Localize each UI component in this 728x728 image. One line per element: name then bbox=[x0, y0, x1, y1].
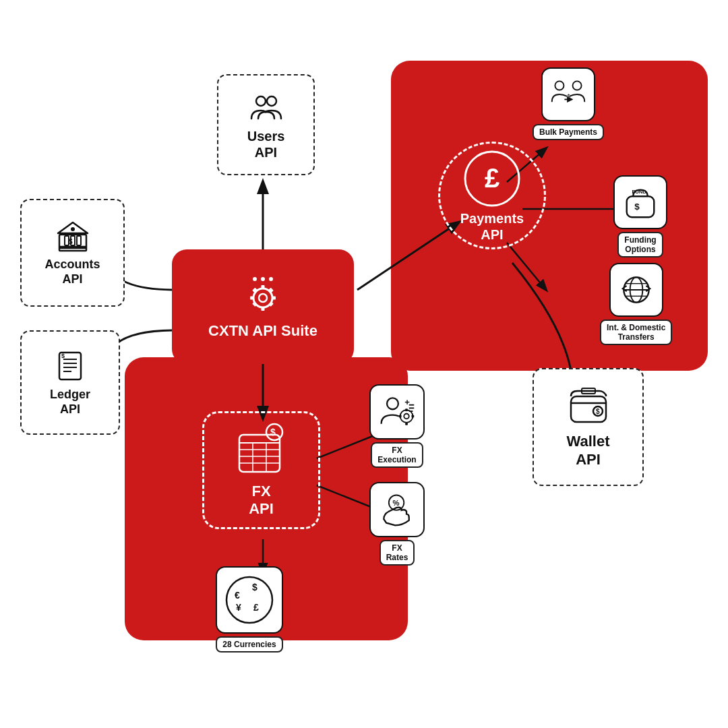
svg-point-21 bbox=[71, 227, 75, 231]
wallet-label: WalletAPI bbox=[567, 433, 610, 468]
wallet-node: $ WalletAPI bbox=[533, 368, 644, 486]
currencies-node: € $ ¥ £ 28 Currencies bbox=[216, 566, 283, 653]
funding-options-node: FUND $ FundingOptions bbox=[613, 175, 667, 257]
svg-rect-34 bbox=[627, 196, 655, 217]
svg-rect-6 bbox=[262, 307, 265, 311]
users-icon bbox=[249, 89, 284, 124]
svg-rect-56 bbox=[399, 415, 402, 418]
cxtn-icon bbox=[241, 274, 284, 317]
fx-label: FXAPI bbox=[249, 483, 274, 518]
svg-rect-69 bbox=[571, 396, 606, 422]
fx-rates-node: % FXRates bbox=[369, 482, 425, 566]
fx-execution-icon: + bbox=[377, 391, 417, 433]
fx-rates-icon: % bbox=[377, 489, 417, 530]
svg-text:FUND: FUND bbox=[632, 189, 646, 195]
svg-rect-7 bbox=[250, 296, 254, 299]
svg-rect-55 bbox=[405, 423, 408, 425]
users-label: UsersAPI bbox=[247, 128, 285, 160]
svg-point-14 bbox=[267, 96, 276, 106]
accounts-icon: $ bbox=[55, 218, 90, 253]
svg-point-2 bbox=[269, 277, 273, 281]
svg-rect-20 bbox=[77, 236, 81, 245]
ledger-icon: $ bbox=[53, 348, 88, 384]
cxtn-label: CXTN API Suite bbox=[208, 322, 317, 340]
bulk-payments-node: $ Bulk Payments bbox=[533, 67, 604, 140]
currencies-label: 28 Currencies bbox=[216, 636, 282, 653]
svg-point-4 bbox=[259, 294, 267, 302]
svg-text:£: £ bbox=[253, 602, 259, 613]
svg-rect-5 bbox=[262, 285, 265, 289]
svg-point-53 bbox=[404, 414, 408, 419]
svg-text:$: $ bbox=[270, 427, 276, 437]
svg-point-1 bbox=[261, 277, 265, 281]
fx-icon: $ bbox=[233, 423, 290, 480]
diagram-container: CXTN API Suite UsersAPI $ AccountsAPI bbox=[0, 0, 728, 728]
svg-text:¥: ¥ bbox=[236, 602, 241, 613]
cxtn-node: CXTN API Suite bbox=[172, 249, 354, 364]
svg-text:€: € bbox=[235, 590, 240, 601]
payments-icon: £ bbox=[462, 148, 522, 209]
svg-text:$: $ bbox=[69, 238, 73, 245]
svg-text:$: $ bbox=[634, 202, 640, 212]
svg-text:$: $ bbox=[596, 408, 600, 415]
bulk-payments-label: Bulk Payments bbox=[533, 124, 604, 140]
svg-text:£: £ bbox=[485, 163, 499, 193]
intl-transfers-label: Int. & DomesticTransfers bbox=[600, 320, 672, 345]
svg-text:$: $ bbox=[567, 93, 570, 100]
svg-point-31 bbox=[555, 81, 564, 90]
payments-node: £ PaymentsAPI bbox=[438, 142, 546, 249]
payments-label: PaymentsAPI bbox=[460, 210, 524, 243]
svg-text:$: $ bbox=[252, 582, 257, 593]
bulk-payments-icon: $ bbox=[549, 74, 587, 115]
svg-point-13 bbox=[256, 96, 266, 106]
svg-point-51 bbox=[387, 398, 398, 409]
users-node: UsersAPI bbox=[217, 74, 315, 175]
intl-transfers-node: Int. & DomesticTransfers bbox=[600, 263, 672, 345]
fx-execution-label: FXExecution bbox=[371, 442, 423, 468]
svg-point-0 bbox=[253, 277, 257, 281]
funding-options-label: FundingOptions bbox=[617, 232, 663, 257]
ledger-node: $ LedgerAPI bbox=[20, 330, 120, 435]
accounts-label: AccountsAPI bbox=[44, 257, 100, 286]
svg-text:%: % bbox=[392, 499, 399, 507]
fx-execution-node: + FXExecution bbox=[369, 384, 425, 468]
transfers-icon bbox=[617, 270, 655, 310]
ledger-label: LedgerAPI bbox=[50, 388, 90, 417]
svg-rect-57 bbox=[412, 415, 415, 418]
svg-rect-8 bbox=[272, 296, 276, 299]
funding-icon: FUND $ bbox=[621, 183, 659, 222]
fx-rates-label: FXRates bbox=[380, 540, 415, 566]
fx-node: $ FXAPI bbox=[202, 411, 320, 529]
svg-text:$: $ bbox=[61, 353, 65, 359]
svg-rect-54 bbox=[405, 408, 408, 411]
currencies-icon: € $ ¥ £ bbox=[224, 574, 275, 626]
svg-point-64 bbox=[226, 577, 272, 623]
accounts-node: $ AccountsAPI bbox=[20, 199, 125, 307]
wallet-icon: $ bbox=[567, 386, 610, 429]
svg-point-32 bbox=[573, 81, 582, 90]
